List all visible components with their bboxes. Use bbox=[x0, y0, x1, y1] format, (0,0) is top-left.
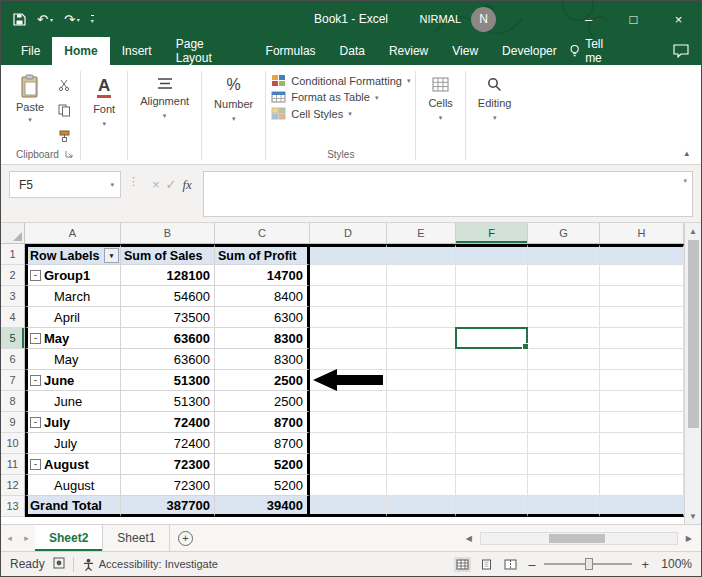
accessibility-status[interactable]: Accessibility: Investigate bbox=[82, 558, 218, 571]
customize-quick-access-button[interactable]: ▾ bbox=[91, 15, 94, 24]
empty-cell-e1[interactable] bbox=[387, 244, 456, 265]
pivot-sales-cell[interactable]: 63600 bbox=[121, 349, 215, 370]
empty-cell-h1[interactable] bbox=[600, 244, 684, 265]
empty-cell-d8[interactable] bbox=[310, 391, 387, 412]
empty-cell-f7[interactable] bbox=[456, 370, 528, 391]
empty-cell-g4[interactable] bbox=[528, 307, 600, 328]
empty-cell-f3[interactable] bbox=[456, 286, 528, 307]
empty-cell-e11[interactable] bbox=[387, 454, 456, 475]
empty-cell-f12[interactable] bbox=[456, 475, 528, 496]
cell-styles-button[interactable]: Cell Styles ▾ bbox=[271, 107, 351, 120]
empty-cell-d12[interactable] bbox=[310, 475, 387, 496]
empty-cell-g5[interactable] bbox=[528, 328, 600, 349]
tab-home[interactable]: Home bbox=[52, 37, 109, 65]
expand-formula-bar-button[interactable]: ▾ bbox=[683, 177, 687, 185]
format-as-table-button[interactable]: Format as Table ▾ bbox=[271, 91, 378, 103]
column-header-g[interactable]: G bbox=[528, 223, 600, 244]
empty-cell-f8[interactable] bbox=[456, 391, 528, 412]
pivot-profit-cell[interactable]: 2500 bbox=[215, 391, 310, 412]
scroll-left-icon[interactable]: ◀ bbox=[460, 534, 478, 543]
pivot-label-cell[interactable]: July bbox=[25, 433, 121, 454]
row-header-10[interactable]: 10 bbox=[1, 433, 25, 454]
collapse-ribbon-button[interactable]: ▴ bbox=[684, 148, 689, 158]
undo-button[interactable]: ↶▾ bbox=[37, 12, 53, 27]
empty-cell-f4[interactable] bbox=[456, 307, 528, 328]
empty-cell-h5[interactable] bbox=[600, 328, 684, 349]
empty-cell-d4[interactable] bbox=[310, 307, 387, 328]
cut-button[interactable] bbox=[58, 77, 71, 95]
empty-cell-f2[interactable] bbox=[456, 265, 528, 286]
pivot-label-cell[interactable]: June bbox=[25, 391, 121, 412]
pivot-sales-cell[interactable]: 51300 bbox=[121, 391, 215, 412]
empty-cell-g12[interactable] bbox=[528, 475, 600, 496]
row-header-3[interactable]: 3 bbox=[1, 286, 25, 307]
name-box[interactable]: F5 ▾ bbox=[9, 171, 121, 198]
vertical-scroll-thumb[interactable] bbox=[688, 240, 699, 428]
pivot-profit-cell[interactable]: 8400 bbox=[215, 286, 310, 307]
column-header-f[interactable]: F bbox=[456, 223, 528, 244]
empty-cell-e7[interactable] bbox=[387, 370, 456, 391]
pivot-sales-cell[interactable]: 63600 bbox=[121, 328, 215, 349]
pivot-profit-cell[interactable]: 14700 bbox=[215, 265, 310, 286]
pivot-label-cell[interactable]: August bbox=[25, 475, 121, 496]
vertical-scrollbar[interactable]: ▲ ▼ bbox=[684, 223, 701, 524]
redo-button[interactable]: ↷▾ bbox=[64, 12, 80, 27]
row-header-11[interactable]: 11 bbox=[1, 454, 25, 475]
tab-view[interactable]: View bbox=[440, 37, 490, 65]
empty-cell-g3[interactable] bbox=[528, 286, 600, 307]
tab-data[interactable]: Data bbox=[328, 37, 377, 65]
row-header-4[interactable]: 4 bbox=[1, 307, 25, 328]
scroll-up-icon[interactable]: ▲ bbox=[685, 223, 701, 239]
empty-cell-d11[interactable] bbox=[310, 454, 387, 475]
empty-cell-d7[interactable] bbox=[310, 370, 387, 391]
empty-cell-f1[interactable] bbox=[456, 244, 528, 265]
empty-cell-h11[interactable] bbox=[600, 454, 684, 475]
horizontal-scroll-thumb[interactable] bbox=[549, 534, 605, 543]
column-header-b[interactable]: B bbox=[121, 223, 215, 244]
collapse-button[interactable]: - bbox=[30, 459, 41, 470]
macro-record-button[interactable] bbox=[53, 557, 65, 572]
column-header-e[interactable]: E bbox=[387, 223, 456, 244]
pivot-sales-cell[interactable]: 72300 bbox=[121, 454, 215, 475]
tab-developer[interactable]: Developer bbox=[490, 37, 569, 65]
empty-cell-d10[interactable] bbox=[310, 433, 387, 454]
empty-cell-g11[interactable] bbox=[528, 454, 600, 475]
empty-cell-f10[interactable] bbox=[456, 433, 528, 454]
pivot-label-cell[interactable]: -Group1 bbox=[25, 265, 121, 286]
row-header-5[interactable]: 5 bbox=[1, 328, 25, 349]
select-all-button[interactable] bbox=[1, 223, 25, 244]
empty-cell-d1[interactable] bbox=[310, 244, 387, 265]
empty-cell-g1[interactable] bbox=[528, 244, 600, 265]
empty-cell-d3[interactable] bbox=[310, 286, 387, 307]
empty-cell-d5[interactable] bbox=[310, 328, 387, 349]
column-header-d[interactable]: D bbox=[310, 223, 387, 244]
horizontal-scroll-track[interactable] bbox=[480, 532, 678, 545]
pivot-label-cell[interactable]: -August bbox=[25, 454, 121, 475]
empty-cell-h9[interactable] bbox=[600, 412, 684, 433]
column-header-h[interactable]: H bbox=[600, 223, 684, 244]
tab-page-layout[interactable]: Page Layout bbox=[164, 37, 254, 65]
collapse-button[interactable]: - bbox=[30, 333, 41, 344]
zoom-slider[interactable] bbox=[544, 563, 632, 565]
pivot-sales-cell[interactable]: Sum of Sales bbox=[121, 244, 215, 265]
empty-cell-h7[interactable] bbox=[600, 370, 684, 391]
empty-cell-h2[interactable] bbox=[600, 265, 684, 286]
empty-cell-g7[interactable] bbox=[528, 370, 600, 391]
formula-bar-splitter[interactable]: ⋮ bbox=[126, 171, 141, 188]
row-header-6[interactable]: 6 bbox=[1, 349, 25, 370]
insert-function-button[interactable]: fx bbox=[183, 177, 192, 193]
row-header-1[interactable]: 1 bbox=[1, 244, 25, 265]
font-group-button[interactable]: A Font ▾ bbox=[81, 67, 127, 164]
empty-cell-h12[interactable] bbox=[600, 475, 684, 496]
pivot-sales-cell[interactable]: 72400 bbox=[121, 412, 215, 433]
empty-cell-f5[interactable] bbox=[456, 328, 528, 349]
row-header-8[interactable]: 8 bbox=[1, 391, 25, 412]
tell-me-button[interactable]: Tell me bbox=[569, 37, 621, 65]
empty-cell-g6[interactable] bbox=[528, 349, 600, 370]
format-painter-button[interactable] bbox=[58, 129, 71, 147]
empty-cell-f13[interactable] bbox=[456, 496, 528, 517]
pivot-sales-cell[interactable]: 51300 bbox=[121, 370, 215, 391]
pivot-label-cell[interactable]: May bbox=[25, 349, 121, 370]
empty-cell-h6[interactable] bbox=[600, 349, 684, 370]
view-normal-button[interactable] bbox=[454, 557, 471, 572]
